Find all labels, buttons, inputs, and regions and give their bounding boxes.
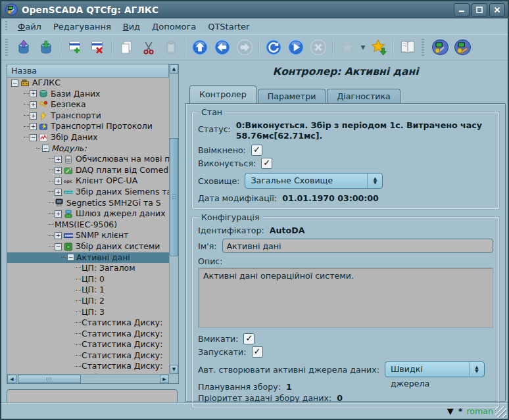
- collapse-icon[interactable]: −: [11, 80, 18, 87]
- expand-icon[interactable]: +: [55, 156, 62, 163]
- resize-grip[interactable]: [495, 406, 506, 417]
- name-input[interactable]: [222, 239, 494, 253]
- tree-item[interactable]: +SNMPSNMP клієнт: [7, 230, 169, 241]
- paste-item-button[interactable]: [160, 37, 182, 58]
- add-item-button[interactable]: [64, 37, 85, 58]
- tree-item[interactable]: +opcКлієнт OPC-UA: [7, 175, 169, 187]
- collapse-icon[interactable]: −: [55, 243, 62, 250]
- tree-item[interactable]: Segnetics SMH2Gi та S: [7, 198, 169, 209]
- load-from-db-button[interactable]: [13, 37, 34, 58]
- tree-item[interactable]: ЦП: 3: [7, 306, 169, 317]
- vertical-scroll-thumb[interactable]: [170, 138, 178, 256]
- tab-diagnostics[interactable]: Діагностика: [327, 89, 400, 103]
- tree-item[interactable]: +Бази Даних: [7, 89, 169, 100]
- refresh-button[interactable]: [263, 37, 284, 58]
- tree-item[interactable]: +DAQ плати від Comedi: [7, 165, 169, 176]
- tree-item[interactable]: Статистика Диску:: [7, 317, 169, 329]
- go-back-button[interactable]: [212, 37, 233, 58]
- expand-icon[interactable]: +: [30, 101, 37, 108]
- enabled-checkbox[interactable]: ✓: [251, 145, 262, 156]
- tree-guide: [76, 322, 81, 323]
- expand-icon[interactable]: +: [55, 167, 62, 174]
- to-start-checkbox[interactable]: ✓: [252, 346, 263, 358]
- storage-select[interactable]: Загальне Сховище ▲▼: [245, 173, 383, 189]
- expand-icon[interactable]: +: [30, 123, 37, 130]
- collapse-icon[interactable]: −: [42, 145, 49, 152]
- tree-item[interactable]: +Транспорти: [7, 110, 169, 122]
- tree-item[interactable]: +Шлюз джерел даних: [7, 208, 169, 220]
- go-forward-button[interactable]: [234, 37, 255, 58]
- tree-item[interactable]: −АГЛКС: [7, 78, 169, 89]
- spinner-arrows-icon[interactable]: ▲▼: [469, 362, 484, 377]
- autocreate-select[interactable]: Швидкі джерела ▲▼: [385, 362, 485, 377]
- tree-item[interactable]: ЦП: 2: [7, 296, 169, 307]
- copy-item-button[interactable]: [116, 37, 137, 58]
- tree-item[interactable]: ЦП: Загалом: [7, 263, 169, 274]
- tree-item[interactable]: −Збір Даних: [7, 132, 169, 143]
- tree-vertical-scrollbar[interactable]: ▲ ▼: [169, 64, 178, 374]
- expand-icon[interactable]: +: [55, 177, 62, 185]
- collapse-icon[interactable]: −: [30, 134, 37, 141]
- spinner-arrows-icon[interactable]: ▲▼: [367, 174, 382, 188]
- scroll-down-icon[interactable]: ▼: [170, 365, 178, 374]
- minimize-button[interactable]: [454, 3, 470, 16]
- tree-item[interactable]: Статистика Диску:: [7, 350, 169, 362]
- favorites-dropdown-icon[interactable]: ▼: [358, 37, 368, 58]
- menu-view[interactable]: Вид: [117, 20, 146, 33]
- horizontal-scroll-thumb[interactable]: [18, 375, 81, 383]
- manual-button[interactable]: [397, 37, 418, 58]
- tree-item[interactable]: +SIEMENSЗбір даних Siemens та: [7, 187, 169, 198]
- description-textarea[interactable]: Активні дані операційної системи.: [198, 268, 493, 328]
- tree-item[interactable]: Статистика Диску:: [7, 361, 169, 372]
- tree-item[interactable]: +Безпека: [7, 99, 169, 110]
- tree-item[interactable]: ЦП: 1: [7, 285, 169, 296]
- delete-item-button[interactable]: [87, 37, 108, 58]
- tree-item[interactable]: MMS(IEC-9506): [7, 220, 169, 231]
- close-button[interactable]: [489, 3, 505, 16]
- expand-icon[interactable]: +: [55, 232, 62, 239]
- start-periodic-update-button[interactable]: [285, 37, 306, 58]
- tree-filter-input[interactable]: [7, 389, 178, 404]
- tree-item[interactable]: −Модуль:: [7, 143, 169, 154]
- menu-help[interactable]: Допомога: [146, 20, 202, 33]
- menu-edit[interactable]: Редагування: [47, 20, 117, 33]
- tree-item[interactable]: −Збір даних системи: [7, 241, 169, 252]
- tree-item[interactable]: Статистика Диску:: [7, 339, 169, 350]
- tree-header[interactable]: Назва: [7, 64, 169, 78]
- expand-icon[interactable]: +: [55, 210, 62, 218]
- stop-update-button[interactable]: [308, 37, 329, 58]
- menu-file[interactable]: Файл: [12, 20, 47, 33]
- status-tray-toggle-icon[interactable]: ▼: [447, 406, 454, 416]
- tree-item[interactable]: −Активні дані: [7, 252, 169, 264]
- qtstarter-vision-tool-button[interactable]: [452, 37, 473, 58]
- tree-item[interactable]: ЦП: 0: [7, 274, 169, 285]
- scroll-up-icon[interactable]: ▲: [170, 64, 178, 74]
- tab-parameters[interactable]: Параметри: [258, 89, 326, 103]
- tab-controller[interactable]: Контролер: [189, 85, 256, 103]
- maximize-button[interactable]: [472, 3, 487, 16]
- tree-horizontal-scrollbar[interactable]: ◀ ▶: [7, 374, 169, 383]
- qtstarter-config-tool-button[interactable]: [429, 37, 450, 58]
- save-to-db-button[interactable]: [36, 37, 57, 58]
- tree-item[interactable]: +Обчислювач на мові по: [7, 154, 169, 165]
- running-checkbox[interactable]: ✓: [261, 158, 272, 169]
- add-favorite-button[interactable]: [368, 37, 389, 58]
- favorites-button[interactable]: [337, 37, 358, 58]
- cut-item-button[interactable]: [138, 37, 159, 58]
- current-user[interactable]: roman: [466, 406, 493, 416]
- expand-icon[interactable]: +: [55, 189, 62, 196]
- expand-icon[interactable]: +: [30, 90, 37, 97]
- scroll-right-icon[interactable]: ▶: [160, 375, 169, 383]
- to-enable-checkbox[interactable]: ✓: [243, 333, 254, 344]
- go-up-button[interactable]: [189, 37, 210, 58]
- tree-item[interactable]: Статистика Диску:: [7, 329, 169, 340]
- menu-qtstarter[interactable]: QTStarter: [202, 20, 255, 33]
- toolbar-handle[interactable]: [422, 39, 426, 56]
- expand-icon[interactable]: +: [30, 112, 37, 120]
- title-bar[interactable]: OpenSCADA QTCfg: АГЛКС: [1, 1, 508, 18]
- menubar-handle[interactable]: [5, 21, 9, 32]
- scroll-left-icon[interactable]: ◀: [7, 375, 16, 383]
- tree-item[interactable]: +Транспортні Протоколи: [7, 121, 169, 132]
- toolbar-handle[interactable]: [5, 39, 10, 56]
- collapse-icon[interactable]: −: [67, 254, 74, 261]
